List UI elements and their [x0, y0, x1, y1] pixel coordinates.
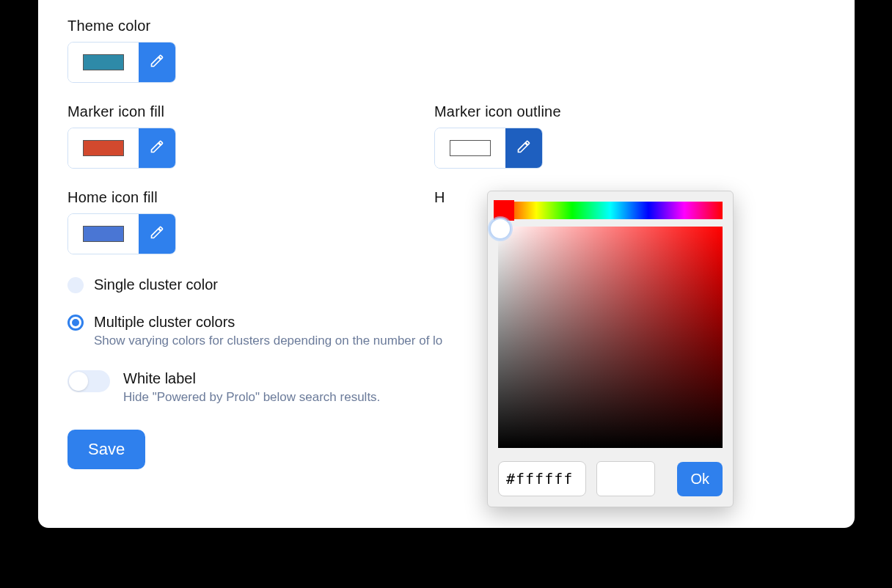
pencil-icon: [516, 139, 531, 157]
field-marker-fill: Marker icon fill: [67, 103, 434, 169]
color-picker-popup: Ok: [487, 191, 734, 507]
pencil-icon: [150, 54, 164, 71]
radio-multiple-label: Multiple cluster colors: [94, 314, 235, 331]
marker-outline-edit-button[interactable]: [505, 128, 542, 168]
color-preview-swatch: [596, 461, 655, 496]
marker-fill-swatch-inner: [83, 140, 124, 156]
field-home-fill: Home icon fill: [67, 189, 434, 254]
marker-fill-label: Marker icon fill: [67, 103, 434, 120]
hue-slider[interactable]: [498, 202, 723, 219]
marker-outline-swatch[interactable]: [435, 128, 505, 168]
theme-color-edit-button[interactable]: [139, 43, 175, 82]
home-fill-input-group: [67, 213, 176, 254]
marker-outline-label: Marker icon outline: [434, 103, 801, 120]
save-button[interactable]: Save: [67, 430, 145, 469]
marker-fill-swatch[interactable]: [68, 128, 139, 168]
home-fill-swatch-inner: [83, 226, 124, 242]
pencil-icon: [150, 225, 164, 243]
white-label-toggle[interactable]: [67, 370, 110, 392]
sv-black-overlay: [498, 227, 723, 448]
settings-card: Theme color Marker icon fill: [38, 0, 855, 528]
ok-button[interactable]: Ok: [677, 462, 723, 496]
home-fill-swatch[interactable]: [68, 214, 139, 254]
white-label-title: White label: [123, 370, 380, 387]
theme-color-swatch[interactable]: [68, 43, 139, 82]
white-label-desc: Hide "Powered by Prolo" below search res…: [123, 390, 380, 405]
sv-cursor[interactable]: [489, 218, 511, 240]
theme-color-label: Theme color: [67, 18, 825, 34]
picker-bottom-row: Ok: [498, 461, 723, 496]
radio-single-label: Single cluster color: [94, 276, 218, 293]
radio-indicator-selected: [67, 315, 84, 331]
marker-outline-swatch-inner: [450, 140, 491, 156]
home-fill-label: Home icon fill: [67, 189, 434, 206]
home-fill-edit-button[interactable]: [139, 214, 175, 254]
pencil-icon: [150, 139, 164, 157]
theme-color-input-group: [67, 42, 176, 83]
marker-fill-edit-button[interactable]: [139, 128, 175, 168]
radio-dot: [72, 319, 79, 326]
radio-indicator: [67, 277, 84, 293]
marker-fill-input-group: [67, 128, 176, 169]
toggle-labels: White label Hide "Powered by Prolo" belo…: [123, 370, 380, 405]
saturation-value-panel[interactable]: [498, 227, 723, 448]
field-theme-color: Theme color: [67, 18, 825, 83]
marker-outline-input-group: [434, 128, 543, 169]
field-marker-outline: Marker icon outline: [434, 103, 801, 169]
toggle-knob: [69, 372, 88, 391]
hex-input[interactable]: [498, 461, 586, 496]
theme-color-swatch-inner: [83, 54, 124, 70]
